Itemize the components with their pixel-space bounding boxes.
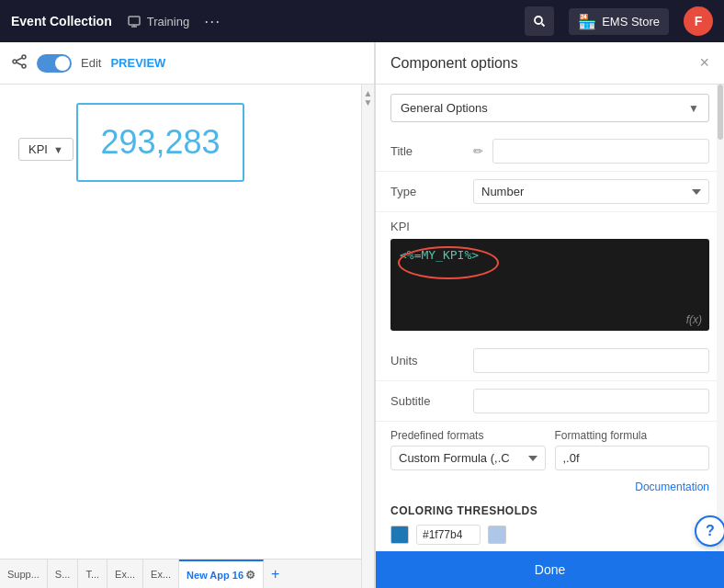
general-options-label: General Options <box>401 101 488 115</box>
left-panel: Edit PREVIEW ▲ ▼ KPI ▼ 293,283 Supp... S… <box>0 42 375 588</box>
add-tab-button[interactable]: + <box>264 566 287 582</box>
units-input[interactable] <box>473 348 709 373</box>
edit-preview-toggle[interactable] <box>37 54 72 73</box>
type-select[interactable]: Number Percentage Currency <box>473 179 709 204</box>
scroll-up[interactable]: ▲ <box>364 88 373 97</box>
general-options-dropdown[interactable]: General Options ▼ <box>390 94 709 122</box>
predefined-formats-select[interactable]: Custom Formula (,.C Number <box>390 446 546 470</box>
preview-label: PREVIEW <box>110 56 165 70</box>
panel-scroll-thumb <box>718 85 723 140</box>
kpi-card: 293,283 <box>76 103 243 182</box>
title-input[interactable] <box>492 139 709 164</box>
right-panel: Component options × General Options ▼ Ti… <box>375 42 724 588</box>
svg-rect-0 <box>129 17 140 25</box>
subtitle-input[interactable] <box>473 389 709 413</box>
options-chevron-icon: ▼ <box>688 102 699 115</box>
tab-gear-icon[interactable]: ⚙ <box>245 569 255 582</box>
bottom-tabs: Supp... S... T... Ex... Ex... New App 16… <box>0 559 361 588</box>
subtitle-row: Subtitle <box>376 381 724 422</box>
title-row: Title ✏ <box>376 131 724 172</box>
formatting-formula-col: Formatting formula <box>555 429 710 470</box>
training-icon <box>127 14 141 28</box>
search-icon <box>533 15 546 28</box>
left-scroll[interactable]: ▲ ▼ <box>361 85 374 588</box>
tab-supp[interactable]: Supp... <box>0 560 48 589</box>
kpi-editor-container: <%=MY_KPI%> f(x) <box>390 239 709 334</box>
predefined-formats-col: Predefined formats Custom Formula (,.C N… <box>390 429 546 470</box>
tab-t[interactable]: T... <box>78 560 107 589</box>
tab-new-app[interactable]: New App 16 ⚙ <box>179 560 264 589</box>
kpi-dropdown-label: KPI <box>28 142 48 156</box>
panel-header: Component options × <box>376 42 724 85</box>
color-swatch-2[interactable] <box>488 526 506 544</box>
nav-training[interactable]: Training <box>127 14 189 28</box>
ems-store-button[interactable]: 🏪 EMS Store <box>569 8 669 35</box>
coloring-thresholds-header: COLORING THRESHOLDS <box>376 495 724 521</box>
format-row: Predefined formats Custom Formula (,.C N… <box>376 422 724 478</box>
top-nav: Event Collection Training ··· 🏪 EMS Stor… <box>0 0 724 42</box>
nav-title: Event Collection <box>11 14 112 28</box>
svg-point-1 <box>535 17 542 24</box>
panel-body: General Options ▼ Title ✏ Type Number Pe… <box>376 85 724 588</box>
units-label: Units <box>390 354 464 368</box>
color-row-1 <box>376 521 724 548</box>
kpi-dropdown[interactable]: KPI ▼ <box>18 138 74 161</box>
share-icon <box>11 53 28 70</box>
type-row: Type Number Percentage Currency <box>376 172 724 212</box>
done-button[interactable]: Done <box>376 551 724 588</box>
scroll-down[interactable]: ▼ <box>364 97 373 107</box>
kpi-value: 293,283 <box>100 123 220 162</box>
svg-point-4 <box>22 64 26 68</box>
share-button[interactable] <box>11 53 28 74</box>
formatting-formula-label: Formatting formula <box>555 429 710 442</box>
color-swatch-1[interactable] <box>390 526 409 544</box>
avatar[interactable]: F <box>684 6 713 36</box>
formatting-formula-input[interactable] <box>555 446 710 470</box>
svg-point-2 <box>22 55 26 59</box>
fx-button[interactable]: f(x) <box>686 313 702 326</box>
ems-store-label: EMS Store <box>602 15 660 28</box>
title-edit-icon[interactable]: ✏ <box>473 144 483 158</box>
chevron-down-icon: ▼ <box>53 144 63 155</box>
store-icon: 🏪 <box>578 13 596 30</box>
svg-point-3 <box>13 60 17 63</box>
panel-close-button[interactable]: × <box>699 53 709 73</box>
documentation-link-row: Documentation <box>376 478 724 495</box>
nav-more[interactable]: ··· <box>204 12 221 31</box>
documentation-link[interactable]: Documentation <box>635 481 709 493</box>
tab-ex2[interactable]: Ex... <box>143 560 179 589</box>
canvas-area: KPI ▼ 293,283 <box>0 85 374 200</box>
search-button[interactable] <box>525 6 554 36</box>
color-hex-input-1[interactable] <box>416 525 481 545</box>
kpi-editor-label: KPI <box>390 220 709 233</box>
units-row: Units <box>376 341 724 381</box>
tab-ex1[interactable]: Ex... <box>107 560 143 589</box>
tab-s[interactable]: S... <box>48 560 79 589</box>
subtitle-label: Subtitle <box>390 394 464 408</box>
title-label: Title <box>390 144 464 158</box>
edit-label: Edit <box>81 56 101 70</box>
toolbar: Edit PREVIEW <box>0 42 374 85</box>
kpi-editor-section: KPI <%=MY_KPI%> f(x) <box>376 212 724 341</box>
panel-title: Component options <box>390 55 518 72</box>
panel-scrollbar[interactable] <box>717 85 724 588</box>
type-label: Type <box>390 185 464 198</box>
main-layout: Edit PREVIEW ▲ ▼ KPI ▼ 293,283 Supp... S… <box>0 42 724 588</box>
kpi-editor[interactable]: <%=MY_KPI%> <box>390 239 709 331</box>
predefined-formats-label: Predefined formats <box>390 429 546 442</box>
help-button[interactable]: ? <box>695 515 724 547</box>
